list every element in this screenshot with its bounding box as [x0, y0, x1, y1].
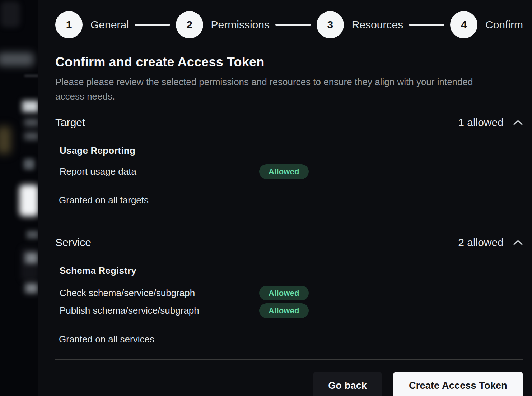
- step-permissions[interactable]: 2 Permissions: [176, 11, 270, 38]
- granted-note: Granted on all services: [59, 334, 523, 345]
- section-title: Service: [55, 236, 91, 249]
- blurred-white-card: [19, 185, 38, 216]
- step-number-circle: 1: [55, 11, 83, 38]
- chevron-up-icon: [513, 119, 523, 126]
- status-badge: Allowed: [259, 303, 309, 318]
- step-number-circle: 3: [317, 11, 344, 38]
- granted-note: Granted on all targets: [59, 195, 523, 206]
- step-number-circle: 2: [176, 11, 203, 38]
- blurred-nav-text: [0, 52, 34, 66]
- status-badge: Allowed: [259, 286, 309, 300]
- step-label: General: [90, 19, 129, 31]
- section-title: Target: [55, 116, 85, 129]
- permission-row: Report usage data Allowed: [60, 164, 523, 179]
- go-back-button[interactable]: Go back: [313, 372, 382, 396]
- allowed-count: 2 allowed: [458, 236, 504, 249]
- allowed-count: 1 allowed: [458, 116, 504, 129]
- step-label: Permissions: [211, 19, 270, 31]
- chevron-up-icon: [513, 239, 523, 246]
- step-label: Resources: [352, 19, 403, 31]
- permission-group-schema-registry: Schema Registry Check schema/service/sub…: [60, 265, 523, 318]
- section-header-target: Target 1 allowed: [55, 116, 523, 129]
- blurred-app-backdrop: [0, 0, 38, 396]
- target-collapse-toggle[interactable]: 1 allowed: [458, 116, 523, 129]
- create-access-token-button[interactable]: Create Access Token: [393, 372, 523, 396]
- blurred-icon: [24, 159, 34, 170]
- group-title: Usage Reporting: [60, 145, 523, 156]
- group-title: Schema Registry: [60, 265, 523, 276]
- page-title: Confirm and create Access Token: [55, 55, 523, 70]
- blurred-sidebar-text: [25, 253, 38, 263]
- modal-footer: Go back Create Access Token: [55, 372, 523, 396]
- permission-group-usage-reporting: Usage Reporting Report usage data Allowe…: [60, 145, 523, 179]
- create-access-token-modal: 1 General 2 Permissions 3 Resources 4 Co…: [38, 0, 532, 396]
- section-header-service: Service 2 allowed: [55, 236, 523, 249]
- blurred-sidebar-text: [27, 231, 38, 239]
- blurred-divider: [24, 75, 38, 77]
- blurred-accent-blob: [0, 126, 11, 154]
- blurred-body-text: [24, 132, 38, 140]
- permission-label: Check schema/service/subgraph: [60, 287, 259, 299]
- service-collapse-toggle[interactable]: 2 allowed: [458, 236, 523, 249]
- stepper-connector: [409, 24, 444, 26]
- blurred-sidebar-text: [25, 283, 38, 293]
- stepper-connector: [275, 24, 311, 26]
- permission-row: Publish schema/service/subgraph Allowed: [60, 303, 523, 318]
- blurred-logo: [1, 1, 20, 27]
- step-general[interactable]: 1 General: [55, 11, 129, 38]
- wizard-stepper: 1 General 2 Permissions 3 Resources 4 Co…: [55, 11, 523, 38]
- status-badge: Allowed: [259, 164, 309, 179]
- page-description: Please please review the selected permis…: [55, 75, 500, 103]
- step-label: Confirm: [485, 19, 523, 31]
- footer-divider: [55, 359, 523, 360]
- permission-label: Publish schema/service/subgraph: [60, 305, 259, 316]
- permission-row: Check schema/service/subgraph Allowed: [60, 286, 523, 300]
- step-number-circle: 4: [450, 11, 477, 38]
- step-confirm[interactable]: 4 Confirm: [450, 11, 523, 38]
- section-divider: [55, 221, 523, 221]
- step-resources[interactable]: 3 Resources: [317, 11, 403, 38]
- permission-label: Report usage data: [60, 166, 259, 177]
- stepper-connector: [135, 24, 170, 26]
- blurred-heading-text: [22, 101, 38, 112]
- blurred-body-text: [24, 119, 38, 126]
